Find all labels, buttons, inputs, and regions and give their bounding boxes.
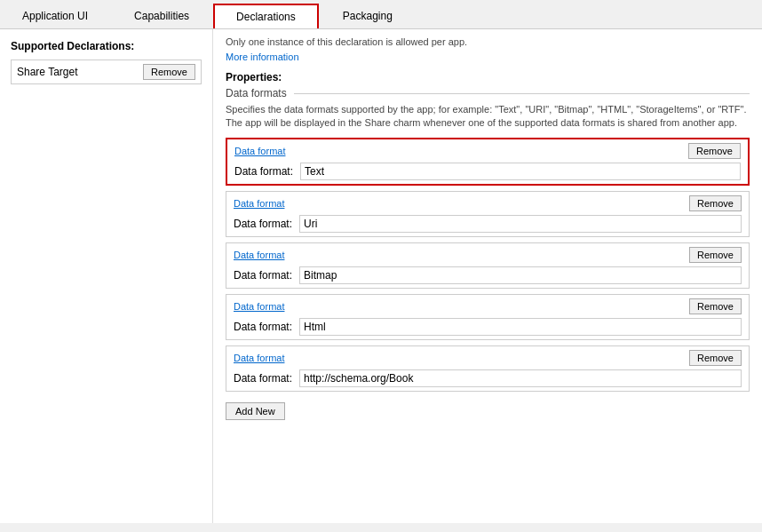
data-formats-description: Specifies the data formats supported by … (226, 103, 750, 131)
tab-capabilities[interactable]: Capabilities (112, 4, 211, 28)
data-format-entry-1: Data format Remove Data format: (226, 191, 750, 237)
data-format-remove-button-1[interactable]: Remove (689, 195, 742, 211)
data-format-entry-0: Data format Remove Data format: (226, 138, 750, 186)
data-format-entry-2: Data format Remove Data format: (226, 242, 750, 289)
data-format-header-row: Data format Remove (234, 350, 742, 366)
data-format-remove-button-3[interactable]: Remove (689, 298, 742, 314)
declaration-item: Share Target Remove (11, 60, 202, 84)
supported-declarations-label: Supported Declarations: (11, 40, 202, 52)
data-format-remove-button-2[interactable]: Remove (689, 247, 742, 263)
tab-packaging[interactable]: Packaging (321, 4, 415, 28)
declaration-remove-button[interactable]: Remove (143, 64, 195, 80)
data-format-remove-button-0[interactable]: Remove (688, 143, 741, 159)
data-format-link[interactable]: Data format (234, 250, 284, 260)
data-format-input-0[interactable] (300, 163, 741, 180)
data-formats-line (294, 93, 750, 94)
data-formats-header: Data formats (226, 87, 750, 99)
data-format-link[interactable]: Data format (234, 198, 284, 209)
data-format-value-row: Data format: (234, 369, 742, 387)
properties-section: Properties: Data formats Specifies the d… (226, 71, 750, 420)
add-new-button[interactable]: Add New (226, 402, 285, 420)
data-format-entry-4: Data format Remove Data format: (226, 345, 750, 392)
data-format-header-row: Data format Remove (234, 247, 742, 263)
data-format-link[interactable]: Data format (234, 301, 284, 312)
data-format-input-3[interactable] (299, 318, 742, 336)
right-panel: Only one instance of this declaration is… (213, 29, 762, 523)
properties-label: Properties: (226, 71, 750, 83)
tab-application-ui[interactable]: Application UI (0, 4, 110, 28)
data-format-input-4[interactable] (299, 369, 742, 387)
tabs-bar: Application UICapabilitiesDeclarationsPa… (0, 0, 762, 29)
data-format-input-1[interactable] (299, 215, 742, 233)
data-formats-group: Data formats Specifies the data formats … (226, 87, 750, 420)
more-info-link[interactable]: More information (226, 52, 299, 62)
data-format-value-row: Data format: (234, 318, 742, 336)
declaration-item-name: Share Target (17, 66, 143, 78)
data-format-label: Data format: (234, 218, 292, 230)
data-format-header-row: Data format Remove (234, 143, 741, 159)
data-format-input-2[interactable] (299, 266, 742, 284)
left-panel: Supported Declarations: Share Target Rem… (0, 29, 213, 523)
data-format-link[interactable]: Data format (234, 353, 284, 363)
data-format-entries: Data format Remove Data format: Data for… (226, 138, 750, 392)
data-format-link[interactable]: Data format (234, 146, 285, 156)
data-format-label: Data format: (234, 269, 292, 282)
data-formats-title: Data formats (226, 87, 287, 99)
data-format-label: Data format: (234, 165, 293, 178)
data-format-remove-button-4[interactable]: Remove (689, 350, 742, 366)
data-format-header-row: Data format Remove (234, 195, 742, 211)
data-format-value-row: Data format: (234, 266, 742, 284)
info-text: Only one instance of this declaration is… (226, 36, 750, 47)
data-format-value-row: Data format: (234, 163, 741, 180)
tab-declarations[interactable]: Declarations (213, 4, 319, 28)
data-format-label: Data format: (234, 321, 292, 333)
data-format-entry-3: Data format Remove Data format: (226, 294, 750, 340)
data-format-label: Data format: (234, 372, 292, 385)
data-format-value-row: Data format: (234, 215, 742, 233)
data-format-header-row: Data format Remove (234, 298, 742, 314)
main-content: Supported Declarations: Share Target Rem… (0, 29, 762, 523)
